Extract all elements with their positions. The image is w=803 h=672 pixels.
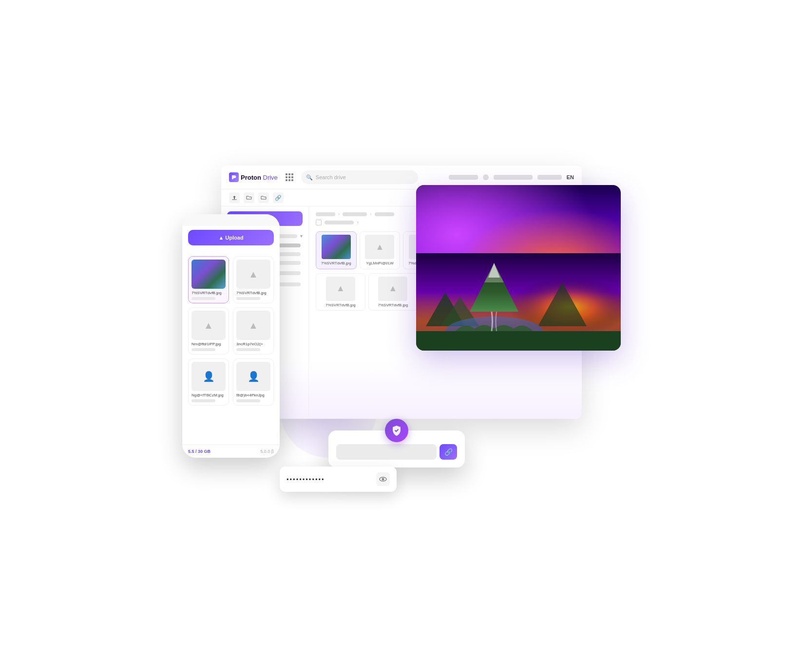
file-icon-8: ▲ — [388, 283, 397, 294]
share-input-row: 🔗 — [336, 444, 457, 460]
phone-file-icon-2: ▲ — [249, 269, 258, 280]
phone-upload-label: ▲ Upload — [218, 235, 243, 241]
phone-thumb-2: ▲ — [236, 260, 270, 289]
file-thumb-generic-8: ▲ — [378, 277, 407, 301]
phone-thumb-generic-2: ▲ — [236, 260, 270, 289]
proton-logo-icon — [229, 172, 239, 182]
status-indicator — [483, 174, 489, 180]
share-link-btn[interactable]: 🔗 — [273, 192, 284, 203]
phone-header: ▲ Upload — [182, 226, 280, 253]
phone-file-sub-4 — [236, 348, 260, 351]
sort-label — [325, 221, 354, 224]
phone-file-sub-6 — [236, 399, 260, 402]
sort-arrow-icon[interactable]: ↑ — [357, 220, 359, 225]
copy-link-icon: 🔗 — [444, 448, 453, 456]
password-dialog: •••••••••••• — [280, 467, 397, 492]
phone-file-icon-3: ▲ — [204, 320, 213, 331]
phone-file-card-5[interactable]: 👤 Ng@<fT6lCzM.jpg — [188, 358, 229, 406]
phone-file-name-1: 7%SVRTdvfB.jpg — [191, 291, 226, 295]
share-link-input[interactable] — [336, 444, 437, 460]
phone-thumb-generic-3: ▲ — [191, 311, 226, 340]
file-name-2: YgLMnPl@t/LW — [366, 261, 393, 266]
phone-file-name-4: 3ncR1p7eO2(> — [236, 342, 270, 346]
phone-file-card-4[interactable]: ▲ 3ncR1p7eO2(> — [233, 307, 274, 355]
phone-file-name-3: Nm@ffd/1lPP.jpg — [191, 342, 226, 346]
user-avatar-placeholder — [449, 175, 478, 180]
phone-status-bar — [182, 214, 280, 226]
apps-grid-icon[interactable] — [286, 173, 293, 181]
phone-file-sub-3 — [191, 348, 215, 351]
phone-mountain-thumb — [191, 260, 226, 289]
upload-file-btn[interactable] — [229, 192, 240, 203]
phone-file-card-1[interactable]: 7%SVRTdvfB.jpg — [188, 256, 229, 303]
phone-thumb-4: ▲ — [236, 311, 270, 340]
phone-thumb-3: ▲ — [191, 311, 226, 340]
phone-file-sub-1 — [191, 297, 215, 300]
new-folder-btn[interactable] — [258, 192, 269, 203]
secondary-placeholder — [494, 175, 533, 180]
phone-file-card-2[interactable]: ▲ 7%SVRTdvfB.jpg — [233, 256, 274, 303]
password-dots: •••••••••••• — [287, 476, 372, 483]
tertiary-placeholder — [537, 175, 562, 180]
svg-point-15 — [382, 478, 384, 481]
proton-logo: Proton Drive — [229, 172, 278, 182]
language-badge[interactable]: EN — [567, 174, 574, 180]
phone-footer: 5.5 / 30 GB 5.0.0 β — [182, 445, 280, 458]
avatar-group — [449, 175, 478, 180]
mountain-image — [416, 185, 621, 351]
main-scene: Proton Drive 🔍 Search drive — [182, 166, 621, 506]
phone-file-name-5: Ng@<fT6lCzM.jpg — [191, 393, 226, 397]
shield-icon — [391, 425, 402, 436]
header-right: EN — [449, 174, 574, 180]
file-card-1[interactable]: 7%SVRTdvfB.jpg — [316, 231, 357, 269]
select-all-checkbox[interactable] — [316, 220, 322, 225]
phone-thumb-1 — [191, 260, 226, 289]
logo-drive-text: Drive — [263, 174, 278, 181]
upload-folder-btn[interactable] — [244, 192, 254, 203]
breadcrumb-sep-1: › — [338, 211, 340, 217]
breadcrumb-sep-2: › — [370, 211, 371, 217]
file-card-7[interactable]: ▲ 7%SVRTdvfB.jpg — [316, 273, 365, 311]
breadcrumb-item-1[interactable] — [316, 212, 335, 216]
phone-file-card-6[interactable]: 👤 f8@)b<4PknJpg — [233, 358, 274, 406]
phone-file-icon-4: ▲ — [249, 320, 258, 331]
phone-thumb-generic-4: ▲ — [236, 311, 270, 340]
image-preview — [416, 185, 621, 351]
search-placeholder: Search drive — [316, 174, 346, 180]
chevron-down-icon: ▾ — [300, 233, 303, 239]
file-thumb-7: ▲ — [326, 277, 355, 301]
breadcrumb-item-3[interactable] — [375, 212, 394, 216]
file-name-7: 7%SVRTdvfB.jpg — [325, 303, 356, 308]
search-icon: 🔍 — [306, 174, 313, 181]
file-thumb-1 — [322, 235, 351, 259]
shield-icon-container — [385, 419, 408, 442]
copy-link-button[interactable]: 🔗 — [440, 444, 457, 460]
file-name-1: 7%SVRTdvfB.jpg — [321, 261, 351, 266]
share-dialog: 🔗 — [328, 430, 465, 467]
file-card-2[interactable]: ▲ YgLMnPl@t/LW — [360, 231, 401, 269]
mountain-svg — [416, 253, 621, 351]
phone-file-sub-2 — [236, 297, 260, 300]
logo-text: Proton Drive — [241, 174, 278, 181]
file-card-8[interactable]: ▲ 7%SVRTdvfB.jpg — [368, 273, 418, 311]
file-thumb-generic-7: ▲ — [326, 277, 355, 301]
phone-file-card-3[interactable]: ▲ Nm@ffd/1lPP.jpg — [188, 307, 229, 355]
toggle-password-button[interactable] — [376, 472, 390, 486]
search-bar[interactable]: 🔍 Search drive — [301, 170, 418, 184]
phone-thumb-6: 👤 — [236, 362, 270, 391]
file-icon-2: ▲ — [376, 242, 384, 252]
svg-marker-13 — [416, 331, 621, 351]
breadcrumb-item-2[interactable] — [343, 212, 367, 216]
file-thumb-generic-2: ▲ — [365, 235, 394, 259]
phone-file-sub-5 — [191, 399, 215, 402]
eye-icon — [379, 475, 387, 483]
file-name-8: 7%SVRTdvfB.jpg — [378, 303, 408, 308]
storage-text: 5.5 / 30 GB — [188, 449, 210, 454]
file-thumb-2: ▲ — [365, 235, 394, 259]
file-icon-7: ▲ — [336, 283, 345, 294]
mobile-phone: ▲ Upload 7%SVRTdvfB.jpg ▲ 7%SVRTdvfB.jpg — [182, 214, 280, 458]
mountain-thumbnail — [322, 235, 351, 259]
phone-thumb-generic-5: 👤 — [191, 362, 226, 391]
phone-files-grid: 7%SVRTdvfB.jpg ▲ 7%SVRTdvfB.jpg ▲ — [182, 253, 280, 409]
phone-upload-button[interactable]: ▲ Upload — [188, 230, 274, 245]
